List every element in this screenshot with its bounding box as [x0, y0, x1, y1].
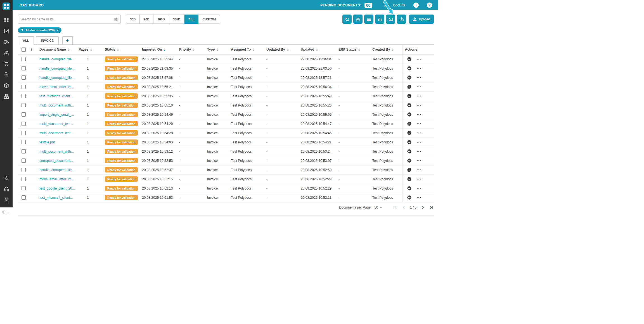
sort-icon[interactable] [358, 48, 360, 51]
add-tab-button[interactable]: + [62, 36, 73, 44]
sort-icon[interactable] [253, 48, 254, 51]
sort-icon[interactable] [117, 48, 119, 51]
document-link[interactable]: corrupted_document... [39, 159, 73, 163]
sort-icon[interactable] [287, 48, 289, 51]
validate-check-icon[interactable] [407, 195, 412, 200]
row-checkbox[interactable] [22, 195, 26, 200]
document-link[interactable]: multi_document_with... [39, 150, 74, 153]
document-link[interactable]: handle_corrupted_file... [39, 67, 74, 70]
column-menu-icon[interactable] [29, 48, 36, 51]
row-checkbox[interactable] [22, 140, 26, 144]
document-link[interactable]: test_google_client_20... [39, 186, 75, 190]
validate-check-icon[interactable] [407, 112, 412, 117]
cart-icon[interactable] [4, 61, 9, 67]
sort-icon[interactable] [90, 48, 92, 51]
package-icon[interactable] [4, 83, 9, 88]
row-checkbox[interactable] [22, 66, 26, 70]
support-headset-icon[interactable] [4, 186, 9, 192]
more-actions-icon[interactable] [416, 140, 421, 145]
document-link[interactable]: multi_document_with... [39, 103, 74, 107]
range-button-custom[interactable]: CUSTOM [198, 15, 220, 24]
validate-check-icon[interactable] [407, 66, 412, 71]
profile-icon[interactable] [4, 197, 9, 203]
more-actions-icon[interactable] [416, 158, 421, 163]
row-checkbox[interactable] [22, 57, 26, 61]
sort-icon-active[interactable] [164, 48, 165, 51]
more-actions-icon[interactable] [416, 94, 421, 98]
document-link[interactable]: multi_document_test... [39, 131, 73, 135]
upload-button[interactable]: Upload [409, 15, 434, 24]
range-button-all[interactable]: ALL [184, 15, 198, 24]
document-link[interactable]: test_microsoft_client... [39, 94, 73, 98]
search-filter-icon[interactable] [113, 17, 118, 22]
list-button[interactable] [364, 15, 373, 24]
sync-button[interactable] [342, 15, 352, 24]
row-checkbox[interactable] [22, 186, 26, 190]
app-grid-icon[interactable] [384, 3, 389, 8]
sort-icon[interactable] [68, 48, 70, 51]
document-link[interactable]: test_microsoft_client... [39, 196, 73, 200]
email-button[interactable] [386, 15, 395, 24]
row-checkbox[interactable] [22, 131, 26, 135]
more-actions-icon[interactable] [416, 186, 421, 191]
more-actions-icon[interactable] [416, 103, 421, 108]
validate-check-icon[interactable] [407, 75, 412, 80]
row-checkbox[interactable] [22, 112, 26, 117]
validate-check-icon[interactable] [407, 140, 412, 145]
document-link[interactable]: testfile.pdf [39, 140, 55, 144]
document-link[interactable]: handle_corrupted_file... [39, 168, 74, 172]
range-button-30d[interactable]: 30D [126, 15, 140, 24]
validate-check-icon[interactable] [407, 131, 412, 135]
validate-check-icon[interactable] [407, 94, 412, 98]
document-link[interactable]: multi_document_test... [39, 122, 73, 126]
validate-check-icon[interactable] [407, 57, 412, 62]
document-link[interactable]: import_single_email_... [39, 113, 74, 117]
invoices-icon[interactable] [4, 72, 9, 77]
validate-check-icon[interactable] [407, 121, 412, 126]
sort-icon[interactable] [217, 48, 218, 51]
document-link[interactable]: move_email_after_im... [39, 85, 74, 89]
info-icon[interactable]: i [413, 3, 419, 8]
previous-page-button[interactable] [401, 205, 406, 210]
row-checkbox[interactable] [22, 159, 26, 163]
next-page-button[interactable] [421, 205, 425, 210]
search-input[interactable] [21, 17, 113, 21]
import-button[interactable] [397, 15, 406, 24]
tab-invoice[interactable]: INVOICE [36, 36, 58, 44]
more-actions-icon[interactable] [416, 195, 421, 200]
row-checkbox[interactable] [22, 168, 26, 172]
settings-button[interactable] [353, 15, 363, 24]
more-actions-icon[interactable] [416, 167, 421, 172]
docbits-logo-icon[interactable] [3, 3, 10, 10]
more-actions-icon[interactable] [416, 66, 421, 71]
row-checkbox[interactable] [22, 75, 26, 80]
users-icon[interactable] [4, 50, 9, 56]
tab-all[interactable]: ALL [18, 36, 34, 44]
packages-icon[interactable] [4, 94, 9, 99]
more-actions-icon[interactable] [416, 57, 421, 62]
document-link[interactable]: handle_corrupted_file... [39, 57, 74, 61]
help-icon[interactable]: ? [427, 3, 432, 8]
validate-check-icon[interactable] [407, 158, 412, 163]
row-checkbox[interactable] [22, 149, 26, 153]
dashboard-icon[interactable] [4, 17, 9, 23]
more-actions-icon[interactable] [416, 112, 421, 117]
analytics-button[interactable] [375, 15, 384, 24]
validate-check-icon[interactable] [407, 186, 412, 191]
row-checkbox[interactable] [22, 122, 26, 126]
range-button-365d[interactable]: 365D [169, 15, 184, 24]
document-link[interactable]: move_email_after_im... [39, 177, 74, 181]
more-actions-icon[interactable] [416, 84, 421, 89]
settings-icon[interactable] [4, 175, 9, 181]
validate-check-icon[interactable] [407, 84, 412, 89]
range-button-90d[interactable]: 90D [140, 15, 153, 24]
row-checkbox[interactable] [22, 94, 26, 98]
row-checkbox[interactable] [22, 177, 26, 181]
documents-filter-chip[interactable]: All documents (228) [18, 27, 61, 33]
row-checkbox[interactable] [22, 103, 26, 107]
last-page-button[interactable] [429, 205, 434, 210]
validate-check-icon[interactable] [407, 149, 412, 154]
row-checkbox[interactable] [22, 85, 26, 89]
more-actions-icon[interactable] [416, 121, 421, 126]
more-actions-icon[interactable] [416, 131, 421, 135]
